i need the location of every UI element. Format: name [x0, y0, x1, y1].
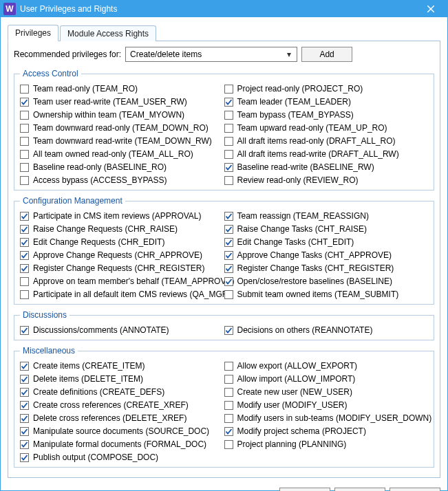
privilege-checkbox[interactable]: Manipulate formal documents (FORMAL_DOC)	[20, 438, 224, 451]
privilege-label: Publish output (COMPOSE_DOC)	[33, 451, 158, 464]
groups-container: Access ControlTeam read-only (TEAM_RO)Te…	[14, 69, 434, 468]
privilege-checkbox[interactable]: Team read-only (TEAM_RO)	[20, 83, 224, 96]
privilege-checkbox[interactable]: Participate in CMS item reviews (APPROVA…	[20, 210, 224, 223]
privilege-label: Approve Change Requests (CHR_APPROVE)	[33, 249, 202, 262]
group-col-left: Participate in CMS item reviews (APPROVA…	[20, 210, 224, 301]
checkbox-box	[20, 238, 29, 247]
privilege-checkbox[interactable]: All draft items read-write (DRAFT_ALL_RW…	[224, 148, 429, 161]
privilege-checkbox[interactable]: Edit Change Tasks (CHT_EDIT)	[224, 236, 429, 249]
recommended-combo-text: Create/delete items	[130, 50, 284, 59]
checkbox-box	[224, 427, 233, 436]
checkbox-box	[20, 251, 29, 260]
close-button[interactable]	[418, 1, 443, 17]
tab-module-access-rights[interactable]: Module Access Rights	[60, 25, 156, 41]
privilege-checkbox[interactable]: Approve Change Requests (CHR_APPROVE)	[20, 249, 224, 262]
checkbox-box	[224, 414, 233, 423]
privilege-checkbox[interactable]: Baseline read-only (BASELINE_RO)	[20, 161, 224, 174]
privilege-checkbox[interactable]: Discussions/comments (ANNOTATE)	[20, 324, 224, 337]
privilege-label: All draft items read-write (DRAFT_ALL_RW…	[237, 148, 399, 161]
privilege-checkbox[interactable]: Allow export (ALLOW_EXPORT)	[224, 360, 429, 373]
privilege-checkbox[interactable]: Team downward read-write (TEAM_DOWN_RW)	[20, 135, 224, 148]
ok-button[interactable]: OK	[279, 488, 330, 491]
privilege-label: Modify users in sub-teams (MODIFY_USER_D…	[237, 412, 432, 425]
privilege-checkbox[interactable]: Project planning (PLANNING)	[224, 438, 429, 451]
privilege-checkbox[interactable]: Team upward read-only (TEAM_UP_RO)	[224, 122, 429, 135]
privilege-label: Delete cross references (DELETE_XREF)	[33, 412, 186, 425]
privilege-checkbox[interactable]: Team bypass (TEAM_BYPASS)	[224, 109, 429, 122]
checkbox-box	[224, 85, 233, 94]
privilege-label: Create cross references (CREATE_XREF)	[33, 399, 189, 412]
privilege-label: All draft items read-only (DRAFT_ALL_RO)	[237, 135, 396, 148]
dialog-footer: OK Cancel Help	[1, 482, 447, 491]
privilege-checkbox[interactable]: Baseline read-write (BASELINE_RW)	[224, 161, 429, 174]
privilege-label: Manipulate source documents (SOURCE_DOC)	[33, 425, 209, 438]
recommended-label: Recommended privileges for:	[14, 50, 121, 59]
privilege-label: Approve Change Tasks (CHT_APPROVE)	[237, 249, 392, 262]
privilege-checkbox[interactable]: Team user read-write (TEAM_USER_RW)	[20, 96, 224, 109]
privilege-checkbox[interactable]: Team reassign (TEAM_REASSIGN)	[224, 210, 429, 223]
checkbox-box	[20, 137, 29, 146]
checkbox-box	[20, 225, 29, 234]
checkbox-box	[20, 85, 29, 94]
privilege-label: Raise Change Requests (CHR_RAISE)	[33, 223, 178, 236]
privilege-checkbox[interactable]: Modify users in sub-teams (MODIFY_USER_D…	[224, 412, 429, 425]
titlebar: W User Privileges and Rights	[1, 1, 447, 17]
privilege-checkbox[interactable]: Ownership within team (TEAM_MYOWN)	[20, 109, 224, 122]
privilege-checkbox[interactable]: Create new user (NEW_USER)	[224, 386, 429, 399]
checkbox-box	[224, 150, 233, 159]
privilege-label: Team user read-write (TEAM_USER_RW)	[33, 96, 187, 109]
checkbox-box	[224, 124, 233, 133]
group-columns: Discussions/comments (ANNOTATE)Decisions…	[20, 324, 428, 337]
privilege-checkbox[interactable]: All draft items read-only (DRAFT_ALL_RO)	[224, 135, 429, 148]
privilege-checkbox[interactable]: Team leader (TEAM_LEADER)	[224, 96, 429, 109]
privilege-checkbox[interactable]: Modify project schema (PROJECT)	[224, 425, 429, 438]
checkbox-box	[224, 401, 233, 410]
privilege-checkbox[interactable]: Delete cross references (DELETE_XREF)	[20, 412, 224, 425]
cancel-button[interactable]: Cancel	[334, 488, 385, 491]
privilege-checkbox[interactable]: Open/close/restore baselines (BASELINE)	[224, 275, 429, 288]
tab-privileges[interactable]: Privileges	[8, 25, 58, 41]
privilege-checkbox[interactable]: All team owned read-only (TEAM_ALL_RO)	[20, 148, 224, 161]
privilege-checkbox[interactable]: Approve Change Tasks (CHT_APPROVE)	[224, 249, 429, 262]
privilege-checkbox[interactable]: Decisions on others (REANNOTATE)	[224, 324, 429, 337]
privilege-checkbox[interactable]: Raise Change Tasks (CHT_RAISE)	[224, 223, 429, 236]
privilege-checkbox[interactable]: Edit Change Requests (CHR_EDIT)	[20, 236, 224, 249]
privilege-checkbox[interactable]: Register Change Tasks (CHT_REGISTER)	[224, 262, 429, 275]
privilege-checkbox[interactable]: Review read-only (REVIEW_RO)	[224, 174, 429, 187]
checkbox-box	[20, 388, 29, 397]
privilege-checkbox[interactable]: Submit team owned items (TEAM_SUBMIT)	[224, 288, 429, 301]
group-discussions: DiscussionsDiscussions/comments (ANNOTAT…	[14, 310, 434, 340]
privilege-checkbox[interactable]: Publish output (COMPOSE_DOC)	[20, 451, 224, 464]
privilege-checkbox[interactable]: Create cross references (CREATE_XREF)	[20, 399, 224, 412]
privilege-checkbox[interactable]: Access bypass (ACCESS_BYPASS)	[20, 174, 224, 187]
privilege-label: Edit Change Requests (CHR_EDIT)	[33, 236, 164, 249]
add-button[interactable]: Add	[301, 47, 352, 62]
recommended-row: Recommended privileges for: Create/delet…	[14, 47, 434, 62]
privilege-checkbox[interactable]: Raise Change Requests (CHR_RAISE)	[20, 223, 224, 236]
privilege-checkbox[interactable]: Approve on team member's behalf (TEAM_AP…	[20, 275, 224, 288]
privilege-label: Participate in all default item CMS revi…	[33, 288, 231, 301]
privilege-checkbox[interactable]: Register Change Requests (CHR_REGISTER)	[20, 262, 224, 275]
privilege-label: Create items (CREATE_ITEM)	[33, 360, 145, 373]
privilege-checkbox[interactable]: Create items (CREATE_ITEM)	[20, 360, 224, 373]
privilege-checkbox[interactable]: Delete items (DELETE_ITEM)	[20, 373, 224, 386]
privilege-label: Register Change Requests (CHR_REGISTER)	[33, 262, 204, 275]
privilege-label: Edit Change Tasks (CHT_EDIT)	[237, 236, 354, 249]
privilege-label: Project read-only (PROJECT_RO)	[237, 83, 363, 96]
privilege-label: Team leader (TEAM_LEADER)	[237, 96, 351, 109]
group-configuration-management: Configuration ManagementParticipate in C…	[14, 196, 434, 305]
group-columns: Team read-only (TEAM_RO)Team user read-w…	[20, 83, 428, 187]
recommended-combo[interactable]: Create/delete items ▾	[125, 47, 297, 62]
privilege-checkbox[interactable]: Team downward read-only (TEAM_DOWN_RO)	[20, 122, 224, 135]
group-title: Miscellaneous	[20, 346, 78, 356]
privilege-checkbox[interactable]: Modify user (MODIFY_USER)	[224, 399, 429, 412]
privilege-checkbox[interactable]: Create definitions (CREATE_DEFS)	[20, 386, 224, 399]
privilege-checkbox[interactable]: Project read-only (PROJECT_RO)	[224, 83, 429, 96]
checkbox-box	[20, 427, 29, 436]
privilege-checkbox[interactable]: Manipulate source documents (SOURCE_DOC)	[20, 425, 224, 438]
privilege-checkbox[interactable]: Allow import (ALLOW_IMPORT)	[224, 373, 429, 386]
help-button[interactable]: Help	[390, 488, 440, 491]
privilege-label: Raise Change Tasks (CHT_RAISE)	[237, 223, 367, 236]
privilege-checkbox[interactable]: Participate in all default item CMS revi…	[20, 288, 224, 301]
checkbox-box	[20, 163, 29, 172]
